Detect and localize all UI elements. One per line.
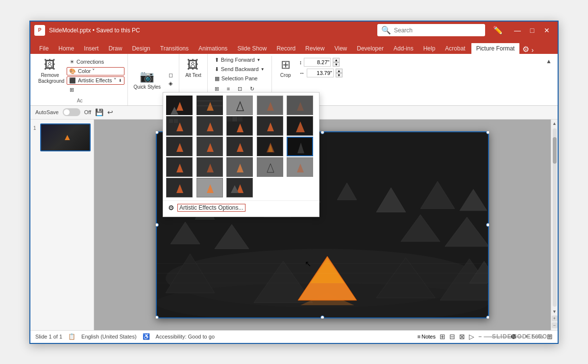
svg-rect-47	[232, 117, 237, 121]
outline-button[interactable]: ◻	[166, 71, 176, 79]
height-up-button[interactable]: ▲	[333, 58, 340, 62]
effect-glow[interactable]	[257, 137, 283, 156]
width-input[interactable]	[307, 69, 334, 77]
effect-bas-relief[interactable]	[196, 137, 223, 156]
effect-blur[interactable]	[287, 96, 313, 115]
effect-pencil-greyscale[interactable]	[257, 157, 283, 177]
align-icon: ≡	[227, 86, 230, 92]
effect-photocopy[interactable]	[196, 178, 223, 197]
tab-acrobat[interactable]: Acrobat	[440, 43, 470, 54]
tab-developer[interactable]: Developer	[352, 43, 389, 54]
effect-chalk[interactable]	[226, 137, 253, 156]
minimize-button[interactable]: —	[511, 24, 524, 37]
effect-texturizer[interactable]	[196, 116, 223, 136]
color-button[interactable]: 🎨 Color ˅	[67, 67, 124, 75]
notes-label: Notes	[421, 334, 436, 340]
tab-review[interactable]: Review	[300, 43, 329, 54]
view-presenter-icon[interactable]: ▷	[469, 333, 474, 340]
effect-pencil[interactable]	[196, 96, 223, 115]
expand-ribbon-icon[interactable]: ⚙	[522, 45, 529, 54]
tab-addins[interactable]: Add-ins	[389, 43, 418, 54]
effect-crumpled[interactable]	[287, 157, 313, 177]
effect-cutout[interactable]	[166, 157, 193, 177]
bring-forward-icon: ⬆	[215, 57, 219, 63]
svg-rect-33	[227, 96, 253, 115]
scroll-up-button[interactable]: ▲	[552, 121, 558, 126]
bring-forward-button[interactable]: ⬆ Bring Forward ▼	[212, 56, 268, 64]
zoom-out-scroll-button[interactable]: −	[552, 322, 558, 328]
effect-plastic-wrap[interactable]	[287, 116, 313, 136]
crop-button[interactable]: ⊞ Crop	[276, 56, 295, 80]
save-icon[interactable]: 💾	[95, 108, 103, 116]
artistic-effects-label: Artistic Effects ˅	[78, 77, 117, 84]
effect-none[interactable]	[166, 96, 193, 115]
tab-slideshow[interactable]: Slide Show	[232, 43, 271, 54]
scroll-down-button[interactable]: ▼	[552, 309, 558, 315]
tab-picture-format[interactable]: Picture Format	[470, 42, 521, 54]
effect-selected-dark[interactable]	[287, 137, 313, 156]
tab-file[interactable]: File	[34, 43, 53, 54]
undo-icon[interactable]: ↩	[107, 108, 113, 116]
slide-thumbnail[interactable]	[40, 123, 91, 152]
notes-button[interactable]: ≡ Notes	[417, 334, 436, 340]
width-down-button[interactable]: ▼	[336, 73, 343, 77]
more-icon: ⬇	[119, 78, 122, 83]
send-backward-button[interactable]: ⬇ Send Backward ▼	[212, 65, 268, 73]
view-reading-icon[interactable]: ⊠	[459, 333, 465, 340]
search-input[interactable]	[394, 27, 481, 34]
effect-watercolor[interactable]	[257, 96, 283, 115]
more-tabs-icon[interactable]: ›	[531, 46, 534, 54]
tab-insert[interactable]: Insert	[79, 43, 103, 54]
effect-poster[interactable]	[226, 178, 253, 197]
close-button[interactable]: ✕	[540, 24, 554, 37]
remove-bg-label: Remove Background	[38, 73, 62, 84]
effect-mosaic[interactable]	[226, 116, 253, 136]
search-box[interactable]: 🔍	[377, 24, 485, 36]
zoom-in-scroll-button[interactable]: +	[552, 315, 558, 321]
effect-line-drawing[interactable]	[226, 96, 253, 115]
crop-label: Crop	[280, 73, 291, 78]
tab-transitions[interactable]: Transitions	[155, 43, 194, 54]
corrections-button[interactable]: ☀ Corrections	[67, 58, 124, 66]
view-grid-icon[interactable]: ⊟	[449, 333, 455, 340]
effects-button[interactable]: ◈	[166, 79, 176, 88]
effect-cement[interactable]	[166, 116, 193, 136]
more-adjust-button[interactable]: ⊞	[67, 86, 124, 94]
quick-label: Quick Styles	[134, 84, 161, 90]
artistic-effects-options-button[interactable]: Artistic Effects Options...	[177, 204, 245, 212]
quick-styles-button[interactable]: 📷 Quick Styles	[131, 68, 164, 92]
title-bar: P SlideModel.pptx • Saved to this PC 🔍 ✏…	[30, 22, 558, 39]
width-up-button[interactable]: ▲	[336, 69, 343, 73]
effect-paint-strokes[interactable]	[257, 116, 283, 136]
autosave-toggle[interactable]	[63, 108, 80, 116]
remove-background-button[interactable]: 🖼 Remove Background	[35, 56, 65, 86]
collapse-ribbon-button[interactable]: ▲	[546, 58, 552, 65]
tab-home[interactable]: Home	[53, 43, 79, 54]
tab-record[interactable]: Record	[271, 43, 300, 54]
height-down-button[interactable]: ▼	[333, 62, 340, 67]
tab-help[interactable]: Help	[418, 43, 441, 54]
ribbon-tab-bar: File Home Insert Draw Design Transitions…	[30, 39, 558, 54]
zoom-out-button[interactable]: −	[478, 333, 482, 340]
view-normal-icon[interactable]: ⊞	[440, 333, 445, 340]
slide-thumb-image	[41, 124, 90, 151]
tab-draw[interactable]: Draw	[103, 43, 127, 54]
effect-film-grain[interactable]	[196, 157, 223, 177]
bf-chevron: ▼	[257, 58, 261, 62]
scroll-track[interactable]	[553, 128, 557, 307]
maximize-button[interactable]: □	[525, 24, 539, 37]
effect-pastels[interactable]	[226, 157, 253, 177]
effect-marker[interactable]	[166, 137, 193, 156]
effect-light-screen[interactable]	[166, 178, 193, 197]
alt-text-button[interactable]: 🖼 Alt Text	[182, 56, 204, 80]
autosave-state: Off	[84, 109, 91, 115]
selection-pane-button[interactable]: ▦ Selection Pane	[212, 74, 268, 83]
tab-animations[interactable]: Animations	[194, 43, 232, 54]
height-input[interactable]	[304, 58, 331, 67]
artistic-effects-button[interactable]: ⬛ Artistic Effects ˅ ⬇	[67, 76, 124, 85]
scroll-thumb[interactable]	[553, 137, 557, 164]
app-logo: P	[34, 25, 45, 36]
quick-icon: 📷	[140, 70, 154, 83]
tab-view[interactable]: View	[329, 43, 352, 54]
tab-design[interactable]: Design	[127, 43, 155, 54]
